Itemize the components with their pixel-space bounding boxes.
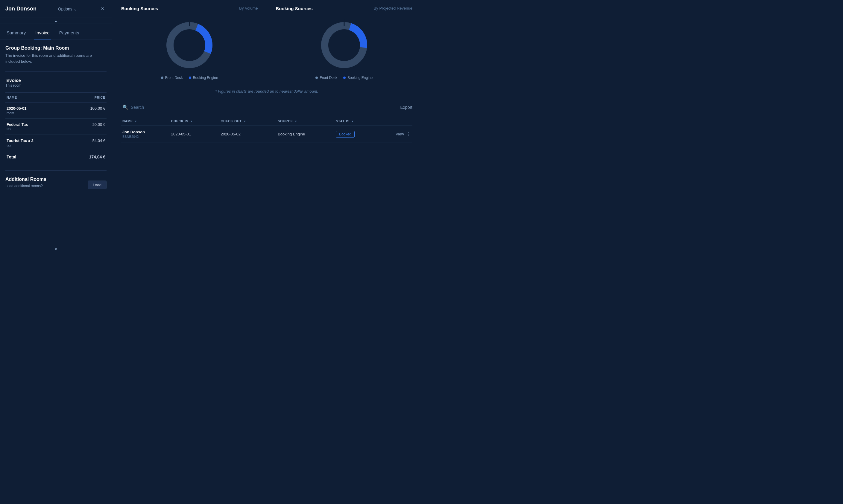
invoice-table-header-row: NAME PRICE xyxy=(5,93,106,103)
close-button[interactable]: × xyxy=(99,4,106,13)
col-source-header: SOURCE ▼ xyxy=(276,117,334,126)
check-out-date: 2020-05-02 xyxy=(219,126,276,143)
legend-dot-2a xyxy=(315,76,318,79)
legend-dot-1b xyxy=(189,76,191,79)
group-booking-subtitle: The invoice for this room and additional… xyxy=(5,53,106,64)
donut-revenue xyxy=(276,18,413,72)
item-type-0: room xyxy=(6,111,66,115)
total-label: Total xyxy=(5,151,67,163)
item-price-0: 100,00 € xyxy=(67,103,106,119)
figures-note: * Figures in charts are rounded up to ne… xyxy=(112,86,422,96)
additional-rooms-section: Additional Rooms Load additional rooms? … xyxy=(5,170,106,193)
chart-revenue-title: Booking Sources xyxy=(276,6,313,11)
scroll-indicator-top: ▲ xyxy=(0,18,112,24)
more-options-button[interactable]: ⋮ xyxy=(407,131,411,137)
chart-volume-header: Booking Sources By Volume xyxy=(121,6,258,12)
booking-id: BBNB2042 xyxy=(122,135,169,139)
sort-arrow-source: ▼ xyxy=(294,120,297,123)
legend-dot-1a xyxy=(161,76,164,79)
invoice-table: NAME PRICE 2020-05-01 room 100,00 € Fede… xyxy=(5,92,106,163)
item-price-2: 54,04 € xyxy=(67,135,106,151)
options-button[interactable]: Options ⌄ xyxy=(56,5,80,13)
item-name-1: Federal Tax xyxy=(6,122,66,127)
additional-rooms-title: Additional Rooms xyxy=(5,177,46,182)
left-panel: Jon Donson Options ⌄ × ▲ Summary Invoice… xyxy=(0,0,112,252)
check-in-date: 2020-05-01 xyxy=(170,126,220,143)
booking-name: Jon Donson xyxy=(122,130,169,134)
chart-revenue-legend: Front Desk Booking Engine xyxy=(276,76,413,80)
col-name-header: NAME ▼ xyxy=(121,117,170,126)
legend-front-desk-1: Front Desk xyxy=(161,76,183,80)
donut-volume xyxy=(121,18,258,72)
item-type-1: tax xyxy=(6,127,66,131)
chart-volume-subtitle: By Volume xyxy=(239,6,258,12)
charts-row: Booking Sources By Volume Front Desk xyxy=(112,0,422,86)
scroll-up-icon: ▲ xyxy=(54,19,58,23)
bookings-header-row: NAME ▼ CHECK IN ▼ CHECK OUT ▼ SOURCE ▼ xyxy=(121,117,412,126)
search-input[interactable] xyxy=(131,105,186,110)
bookings-table: NAME ▼ CHECK IN ▼ CHECK OUT ▼ SOURCE ▼ xyxy=(121,117,412,143)
item-type-2: tax xyxy=(6,143,66,147)
actions-cell: View ⋮ xyxy=(379,131,411,137)
table-row: Federal Tax tax 20,00 € xyxy=(5,119,106,135)
chart-volume-title: Booking Sources xyxy=(121,6,158,11)
additional-rooms-header: Additional Rooms Load additional rooms? … xyxy=(5,177,106,193)
chart-volume-legend: Front Desk Booking Engine xyxy=(121,76,258,80)
search-wrapper: 🔍 xyxy=(121,103,187,112)
panel-content: Group Booking: Main Room The invoice for… xyxy=(0,39,112,246)
item-name-0: 2020-05-01 xyxy=(6,106,66,111)
load-button[interactable]: Load xyxy=(88,181,106,189)
scroll-down-icon: ▼ xyxy=(54,247,58,251)
legend-dot-2b xyxy=(343,76,346,79)
donut-chart-2 xyxy=(317,18,371,72)
legend-booking-engine-1: Booking Engine xyxy=(189,76,218,80)
sort-arrow-status: ▼ xyxy=(351,120,354,123)
table-row: Jon Donson BBNB2042 2020-05-01 2020-05-0… xyxy=(121,126,412,143)
scroll-indicator-bottom: ▼ xyxy=(0,246,112,252)
col-checkout-header: CHECK OUT ▼ xyxy=(219,117,276,126)
chart-revenue-subtitle: By Projected Revenue xyxy=(374,6,412,12)
bookings-search-row: 🔍 Export xyxy=(121,103,412,112)
invoice-label: Invoice xyxy=(5,78,106,83)
booking-source: Booking Engine xyxy=(276,126,334,143)
close-icon: × xyxy=(101,6,104,12)
legend-front-desk-2: Front Desk xyxy=(315,76,337,80)
donut-chart-1 xyxy=(162,18,217,72)
table-row: Tourist Tax x 2 tax 54,04 € xyxy=(5,135,106,151)
divider-2 xyxy=(5,170,106,171)
sort-arrow-name: ▼ xyxy=(134,120,137,123)
view-button[interactable]: View xyxy=(396,132,404,136)
chevron-down-icon: ⌄ xyxy=(74,6,77,11)
col-name: NAME xyxy=(5,93,67,103)
total-row: Total 174,04 € xyxy=(5,151,106,163)
chart-revenue: Booking Sources By Projected Revenue Fro… xyxy=(276,6,413,80)
search-icon: 🔍 xyxy=(122,104,128,110)
col-checkin-header: CHECK IN ▼ xyxy=(170,117,220,126)
tabs-bar: Summary Invoice Payments xyxy=(0,24,112,39)
sort-arrow-checkout: ▼ xyxy=(243,120,246,123)
right-panel: Booking Sources By Volume Front Desk xyxy=(112,0,422,252)
chart-volume: Booking Sources By Volume Front Desk xyxy=(121,6,258,80)
item-price-1: 20,00 € xyxy=(67,119,106,135)
header-bar: Jon Donson Options ⌄ × xyxy=(0,0,112,18)
tab-invoice[interactable]: Invoice xyxy=(34,26,51,39)
additional-rooms-subtitle: Load additional rooms? xyxy=(5,184,46,188)
tab-payments[interactable]: Payments xyxy=(58,26,81,39)
col-status-header: STATUS ▼ xyxy=(334,117,377,126)
col-actions-header xyxy=(377,117,412,126)
table-row: 2020-05-01 room 100,00 € xyxy=(5,103,106,119)
user-name: Jon Donson xyxy=(5,6,36,12)
chart-revenue-header: Booking Sources By Projected Revenue xyxy=(276,6,413,12)
bookings-section: 🔍 Export NAME ▼ CHECK IN ▼ CHECK OU xyxy=(112,100,422,149)
export-button[interactable]: Export xyxy=(400,105,412,110)
status-badge: Booked xyxy=(336,131,355,138)
sort-arrow-checkin: ▼ xyxy=(190,120,193,123)
item-name-2: Tourist Tax x 2 xyxy=(6,139,66,143)
invoice-sublabel: This room xyxy=(5,84,106,88)
total-value: 174,04 € xyxy=(67,151,106,163)
legend-booking-engine-2: Booking Engine xyxy=(343,76,373,80)
col-price: PRICE xyxy=(67,93,106,103)
divider-1 xyxy=(5,71,106,72)
group-booking-title: Group Booking: Main Room xyxy=(5,46,106,51)
tab-summary[interactable]: Summary xyxy=(5,26,27,39)
